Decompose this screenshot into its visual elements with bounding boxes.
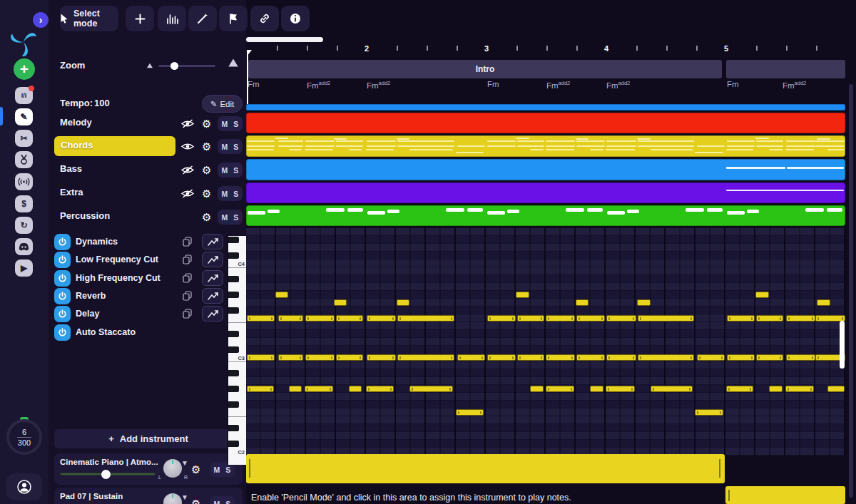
selected-track-pill[interactable]: Chords <box>54 136 175 156</box>
section-bar-intro[interactable]: Intro <box>248 60 722 78</box>
midi-note[interactable] <box>487 354 516 361</box>
overview-row-melody[interactable] <box>246 113 845 133</box>
midi-note[interactable] <box>546 315 575 322</box>
mute-solo-group[interactable]: M S <box>218 186 243 201</box>
clip-resize-handle[interactable] <box>719 459 720 478</box>
eye-icon[interactable] <box>180 141 195 152</box>
scissors-rail-button[interactable]: ✂ <box>15 130 33 147</box>
copy-icon[interactable] <box>183 254 192 264</box>
midi-note[interactable] <box>755 292 769 298</box>
gear-icon[interactable]: ⚙ <box>191 498 200 504</box>
black-key[interactable] <box>228 252 239 259</box>
midi-note[interactable] <box>827 386 845 392</box>
automation-curve-button[interactable] <box>202 252 223 267</box>
midi-note[interactable] <box>305 315 335 322</box>
track-row-bass[interactable]: Bass ⚙ M S <box>49 160 246 180</box>
minimize-window-button[interactable] <box>20 7 29 16</box>
histogram-button[interactable] <box>158 6 186 31</box>
solo-button[interactable]: S <box>233 213 238 222</box>
mute-solo-group[interactable]: M S <box>218 210 243 225</box>
mute-solo-group[interactable]: M S <box>218 116 243 131</box>
solo-button[interactable]: S <box>233 166 238 175</box>
eye-slash-icon[interactable] <box>180 188 195 199</box>
track-row-percussion[interactable]: Percussion⚙ M S <box>49 207 246 227</box>
eye-slash-icon[interactable] <box>180 118 195 129</box>
midi-note[interactable] <box>576 315 605 322</box>
overview-row-extra[interactable] <box>246 182 845 203</box>
chevron-down-icon[interactable]: ▼ <box>181 493 188 501</box>
clip-resize-handle[interactable] <box>728 490 730 501</box>
black-key[interactable] <box>228 276 239 282</box>
track-name[interactable]: Percussion <box>60 210 110 221</box>
midi-note[interactable] <box>278 315 303 322</box>
midi-note[interactable] <box>336 315 363 322</box>
power-toggle[interactable] <box>54 252 71 268</box>
track-name[interactable]: Melody <box>60 117 92 128</box>
midi-note[interactable] <box>275 292 288 298</box>
black-key[interactable] <box>228 425 239 431</box>
midi-note[interactable] <box>278 354 303 361</box>
add-instrument-button[interactable]: + Add instrument <box>54 429 243 448</box>
gear-icon[interactable]: ⚙ <box>191 464 200 475</box>
dollar-rail-button[interactable]: $ <box>15 195 33 212</box>
black-key[interactable] <box>228 331 239 337</box>
io-rail-button[interactable]: I/I <box>15 87 33 104</box>
discord-rail-button[interactable] <box>15 238 33 255</box>
black-key[interactable] <box>228 292 239 298</box>
power-toggle[interactable] <box>54 324 71 341</box>
track-row-extra[interactable]: Extra ⚙ M S <box>49 183 246 203</box>
zoom-slider-thumb[interactable] <box>170 62 178 70</box>
midi-note[interactable] <box>817 299 830 306</box>
midi-note[interactable] <box>517 315 544 322</box>
pencil-rail-button[interactable]: ✎ <box>15 108 33 125</box>
black-key[interactable] <box>228 386 239 392</box>
playhead[interactable] <box>247 50 248 104</box>
black-key[interactable] <box>228 370 239 376</box>
midi-note[interactable] <box>247 315 275 322</box>
track-name[interactable]: Extra <box>60 187 83 197</box>
midi-note[interactable] <box>638 315 694 322</box>
history-rail-button[interactable]: ↻ <box>15 217 33 234</box>
black-key[interactable] <box>228 237 239 243</box>
mute-button[interactable]: M <box>222 190 228 198</box>
tempo-edit-button[interactable]: ✎ Edit <box>202 95 243 113</box>
section-bar[interactable] <box>726 60 845 78</box>
midi-note[interactable] <box>397 299 409 306</box>
midi-note[interactable] <box>487 315 516 322</box>
close-window-button[interactable] <box>7 7 16 16</box>
instrument-name[interactable]: Cinematic Piano | Atmo... <box>60 458 158 466</box>
gear-icon[interactable]: ⚙ <box>202 212 211 222</box>
gear-icon[interactable]: ⚙ <box>202 118 211 129</box>
midi-note[interactable] <box>786 354 815 361</box>
gear-icon[interactable]: ⚙ <box>202 141 211 152</box>
midi-note[interactable] <box>247 354 275 361</box>
midi-note[interactable] <box>697 354 725 361</box>
automation-curve-button[interactable] <box>202 270 223 286</box>
black-key[interactable] <box>228 307 239 314</box>
midi-note[interactable] <box>367 315 396 322</box>
midi-note[interactable] <box>546 386 574 392</box>
midi-note[interactable] <box>727 354 755 361</box>
automation-curve-button[interactable] <box>202 234 223 250</box>
copy-icon[interactable] <box>183 237 192 247</box>
midi-note[interactable] <box>651 386 693 392</box>
midi-note[interactable] <box>409 386 453 392</box>
account-button[interactable] <box>6 473 42 500</box>
create-new-button[interactable]: + <box>14 58 35 80</box>
chevron-down-icon[interactable]: ▼ <box>181 459 188 467</box>
midi-note[interactable] <box>727 315 755 322</box>
midi-note[interactable] <box>590 386 603 392</box>
medal-rail-button[interactable] <box>15 151 33 168</box>
solo-button[interactable]: S <box>225 466 230 474</box>
midi-note[interactable] <box>638 354 694 361</box>
mute-button[interactable]: M <box>214 500 220 504</box>
add-button[interactable] <box>126 6 154 31</box>
power-toggle[interactable] <box>54 288 71 304</box>
track-name[interactable]: Bass <box>60 163 82 174</box>
midi-note[interactable] <box>305 386 333 392</box>
midi-note[interactable] <box>637 299 651 306</box>
midi-note[interactable] <box>367 354 396 361</box>
mute-button[interactable]: M <box>222 166 228 175</box>
instrument-name[interactable]: Pad 07 | Sustain <box>60 492 123 500</box>
solo-button[interactable]: S <box>233 120 238 128</box>
